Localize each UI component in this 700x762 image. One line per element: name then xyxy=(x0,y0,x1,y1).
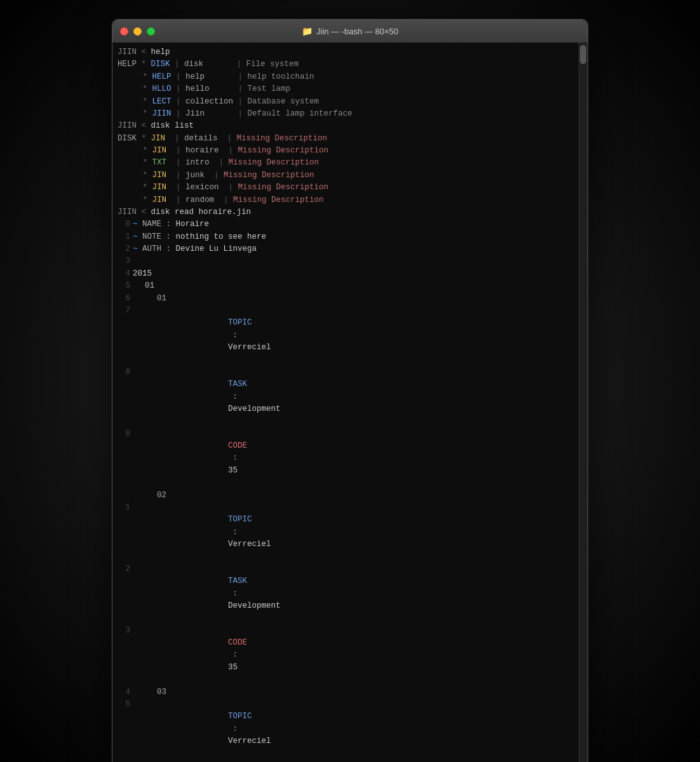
line-day-02: 02 xyxy=(112,490,577,502)
folder-icon: 📁 xyxy=(302,26,313,36)
scrollbar[interactable] xyxy=(579,43,588,762)
line-blank-3: 3 xyxy=(112,255,577,267)
line-disk-random: * JIN | random | Missing Description xyxy=(112,194,577,206)
line-help-row-2: * HELP | help | help toolchain xyxy=(112,71,577,83)
line-field-task-2: 2 TASK : Development xyxy=(112,563,577,625)
window-container: 📁 Jiin — -bash — 80×50 JIIN < help HELP … xyxy=(112,19,588,762)
traffic-lights xyxy=(120,27,155,36)
line-month-01: 5 01 xyxy=(112,280,577,292)
line-day-01: 6 01 xyxy=(112,293,577,305)
close-button[interactable] xyxy=(120,27,128,36)
line-disk-details: DISK * JIN | details | Missing Descripti… xyxy=(112,133,577,145)
line-field-task-1: 8 TASK : Development xyxy=(112,366,577,428)
line-disk-lexicon: * JIN | lexicon | Missing Description xyxy=(112,182,577,194)
line-meta-name: 0 ~ NAME : Horaire xyxy=(112,218,577,231)
line-field-topic-2: 1 TOPIC : Verreciel xyxy=(112,502,577,563)
maximize-button[interactable] xyxy=(147,27,155,36)
minimize-button[interactable] xyxy=(133,27,142,36)
scrollbar-thumb[interactable] xyxy=(580,45,586,64)
line-field-topic-3: 5 TOPIC : Verreciel xyxy=(112,698,577,760)
line-disk-junk: * JIN | junk | Missing Description xyxy=(112,170,577,182)
titlebar: 📁 Jiin — -bash — 80×50 xyxy=(112,20,588,43)
term-content: JIIN < help HELP * DISK | disk | File sy… xyxy=(112,46,588,762)
line-year-2015: 4 2015 xyxy=(112,268,577,280)
line-help-header: HELP * DISK | disk | File system xyxy=(112,58,577,70)
line-day-03: 4 03 xyxy=(112,686,577,698)
line-disk-read-cmd: JIIN < disk read horaire.jin xyxy=(112,206,577,218)
line-help-row-3: * HLLO | hello | Test lamp xyxy=(112,83,577,95)
line-disk-horaire: * JIN | horaire | Missing Description xyxy=(112,145,577,157)
line-meta-note: 1 ~ NOTE : nothing to see here xyxy=(112,231,577,243)
line-help-row-4: * LECT | collection | Database system xyxy=(112,96,577,108)
window-title: 📁 Jiin — -bash — 80×50 xyxy=(302,26,398,36)
line-field-code-2: 3 CODE : 35 xyxy=(112,625,577,686)
line-help-cmd: JIIN < help xyxy=(112,46,577,58)
terminal-body[interactable]: JIIN < help HELP * DISK | disk | File sy… xyxy=(112,43,588,762)
line-help-row-5: * JIIN | Jiin | Default lamp interface xyxy=(112,108,577,120)
line-field-topic-1: 7 TOPIC : Verreciel xyxy=(112,305,577,366)
line-disk-list-cmd: JIIN < disk list xyxy=(112,120,577,132)
line-field-code-1: 0 CODE : 35 xyxy=(112,428,577,490)
line-meta-auth: 2 ~ AUTH : Devine Lu Linvega xyxy=(112,243,577,255)
terminal-window: 📁 Jiin — -bash — 80×50 JIIN < help HELP … xyxy=(112,19,588,762)
line-disk-intro: * TXT | intro | Missing Description xyxy=(112,157,577,169)
